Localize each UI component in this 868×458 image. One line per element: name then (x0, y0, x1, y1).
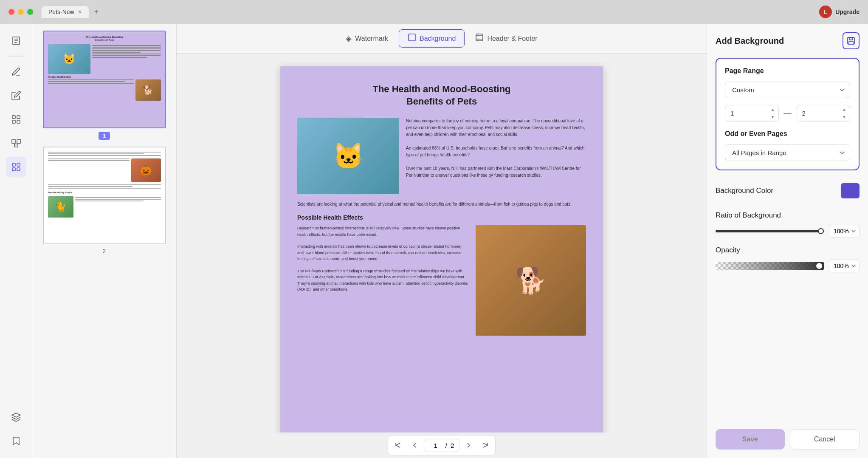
upgrade-section: L Upgrade (819, 6, 860, 18)
range-dash: — (784, 109, 792, 118)
first-page-button[interactable] (390, 437, 406, 453)
odd-even-title: Odd or Even Pages (725, 130, 850, 138)
background-color-label: Background Color (716, 187, 773, 195)
toolbar-pages[interactable] (6, 31, 26, 51)
content-area: ◈ Watermark Background (177, 24, 707, 458)
background-label: Background (420, 35, 456, 42)
svg-rect-23 (849, 37, 853, 40)
toolbar-merge[interactable] (6, 133, 26, 153)
page-range-type-select[interactable]: Custom All Pages Odd Pages Even Pages (725, 82, 850, 98)
toolbar-separator (8, 56, 25, 57)
toolbar-active-tool[interactable] (6, 157, 26, 177)
page-range-title: Page Range (725, 67, 850, 75)
range-to-up[interactable]: ▲ (839, 106, 849, 113)
opacity-section: Opacity 100% 90% 80% 75% 50% (716, 246, 860, 272)
doc-intro-section: Nothing compares to the joy of coming ho… (297, 118, 586, 194)
watermark-icon: ◈ (346, 34, 352, 43)
page-2-label: 2 (103, 248, 106, 254)
header-footer-tab[interactable]: Header & Footer (466, 29, 546, 48)
doc-health-text: Research on human-animal interactions is… (297, 225, 469, 336)
save-button[interactable]: Save (716, 429, 785, 450)
svg-rect-14 (12, 168, 15, 171)
page-1-thumbnail-container[interactable]: The Health and Mood-BoostingBenefits of … (39, 31, 169, 140)
svg-rect-17 (476, 34, 483, 41)
opacity-slider-thumb[interactable] (815, 262, 823, 270)
doc-separator-text: Scientists are looking at what the poten… (297, 201, 586, 207)
doc-dog-image (476, 225, 586, 336)
last-page-button[interactable] (477, 437, 493, 453)
range-to-stepper: ▲ ▼ (839, 106, 849, 121)
page-2-thumbnail[interactable]: 🎃 Animals Helping People 🐈 (43, 147, 166, 244)
doc-cat-image (297, 118, 399, 194)
svg-rect-16 (409, 34, 415, 41)
range-to-down[interactable]: ▼ (839, 113, 849, 121)
document-view: The Health and Mood-BoostingBenefits of … (177, 54, 707, 433)
page-2-thumbnail-container[interactable]: 🎃 Animals Helping People 🐈 (39, 147, 169, 254)
odd-even-select[interactable]: All Pages in Range Odd Pages Only Even P… (725, 144, 850, 161)
panel-title: Add Background (716, 36, 784, 46)
toolbar-bookmark[interactable] (6, 431, 26, 451)
page-range-panel: Page Range Custom All Pages Odd Pages Ev… (716, 58, 860, 170)
tab-title: Pets-New (48, 8, 74, 15)
doc-health-row: Research on human-animal interactions is… (297, 225, 586, 336)
range-from-down[interactable]: ▼ (768, 113, 778, 121)
page-number-input[interactable]: 1 (429, 442, 442, 449)
range-to-group: ▲ ▼ (797, 105, 851, 122)
active-tab[interactable]: Pets-New ✕ (42, 6, 89, 18)
upgrade-label[interactable]: Upgrade (835, 8, 860, 15)
svg-rect-7 (17, 120, 20, 123)
maximize-button[interactable] (27, 9, 33, 15)
opacity-select[interactable]: 100% 90% 80% 75% 50% (829, 260, 860, 272)
range-from-group: ▲ ▼ (725, 105, 779, 122)
prev-page-button[interactable] (407, 437, 423, 453)
page-1-badge: 1 (99, 132, 110, 140)
toolbar-annotate[interactable] (6, 62, 26, 82)
next-page-button[interactable] (460, 437, 476, 453)
page-navigation: 1 / 2 (177, 433, 707, 458)
header-footer-label: Header & Footer (487, 35, 537, 42)
background-icon (408, 33, 416, 44)
svg-rect-12 (12, 163, 15, 166)
header-footer-icon (475, 33, 484, 44)
new-tab-button[interactable]: + (90, 6, 102, 18)
titlebar: Pets-New ✕ + L Upgrade (0, 0, 868, 24)
cancel-button[interactable]: Cancel (790, 429, 860, 450)
opacity-control: 100% 90% 80% 75% 50% (716, 260, 860, 272)
traffic-lights (8, 9, 33, 15)
svg-rect-6 (12, 120, 15, 123)
svg-rect-24 (849, 41, 853, 44)
range-from-up[interactable]: ▲ (768, 106, 778, 113)
svg-rect-13 (17, 163, 20, 166)
toolbar-layers[interactable] (6, 407, 26, 427)
page-1-thumbnail[interactable]: The Health and Mood-BoostingBenefits of … (43, 31, 166, 128)
save-template-icon[interactable] (843, 32, 860, 49)
document-page: The Health and Mood-BoostingBenefits of … (280, 66, 603, 433)
page-input-group: 1 / 2 (424, 439, 460, 452)
panel-header: Add Background (716, 32, 860, 49)
close-button[interactable] (8, 9, 14, 15)
top-toolbar: ◈ Watermark Background (177, 24, 707, 54)
range-inputs: ▲ ▼ — ▲ ▼ (725, 105, 850, 122)
right-panel: Add Background Page Range Custom All Pag… (707, 24, 868, 458)
toolbar-organize[interactable] (6, 109, 26, 130)
background-tab[interactable]: Background (399, 29, 465, 48)
minimize-button[interactable] (18, 9, 24, 15)
range-from-stepper: ▲ ▼ (768, 106, 778, 121)
page-separator: / (445, 442, 447, 449)
doc-health-section: Possible Health Effects Research on huma… (297, 214, 586, 336)
ratio-slider-track[interactable] (716, 230, 824, 232)
toolbar-edit[interactable] (6, 85, 26, 106)
total-pages: 2 (451, 442, 454, 449)
background-color-swatch[interactable] (841, 183, 860, 198)
svg-rect-9 (17, 139, 20, 144)
watermark-label: Watermark (355, 35, 388, 42)
tab-close-icon[interactable]: ✕ (78, 9, 82, 15)
opacity-slider-track[interactable] (716, 262, 824, 270)
ratio-select[interactable]: 100% 90% 80% 75% 50% (829, 225, 860, 237)
ratio-slider-fill (716, 230, 824, 232)
ratio-slider-thumb[interactable] (818, 228, 824, 234)
svg-rect-5 (17, 116, 20, 119)
ratio-label: Ratio of Background (716, 211, 860, 220)
user-avatar: L (819, 6, 832, 18)
watermark-tab[interactable]: ◈ Watermark (337, 30, 397, 47)
